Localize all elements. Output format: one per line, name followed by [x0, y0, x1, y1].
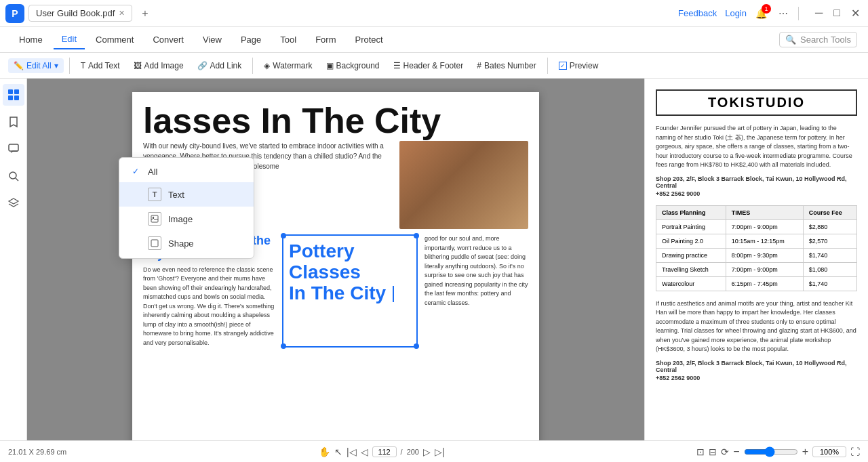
table-row: Travelling Sketch7:00pm - 9:00pm$1,080	[656, 262, 857, 276]
menu-comment[interactable]: Comment	[87, 30, 142, 49]
search-tools[interactable]: 🔍 Search Tools	[779, 32, 857, 47]
table-cell: Travelling Sketch	[656, 262, 726, 276]
page-navigation: ✋ ↖ |◁ ◁ / 200 ▷ ▷|	[319, 446, 445, 457]
preview-checkbox: ✓	[559, 62, 567, 70]
table-cell: 7:00pm - 9:00pm	[726, 262, 803, 276]
svg-point-5	[9, 172, 16, 179]
card-dot-bl	[281, 343, 286, 349]
separator2	[252, 58, 253, 74]
menu-convert[interactable]: Convert	[144, 30, 192, 49]
dropdown-shape[interactable]: Shape	[119, 231, 254, 255]
dropdown-shape-label: Shape	[168, 238, 194, 249]
table-row: Drawing practice8:00pm - 9:30pm$1,740	[656, 248, 857, 262]
add-image-button[interactable]: 🖼 Add Image	[128, 58, 189, 73]
tab-title: User Guild Book.pdf	[36, 8, 115, 18]
first-page-icon[interactable]: |◁	[347, 446, 357, 457]
svg-rect-4	[9, 144, 18, 151]
zoom-input[interactable]	[812, 446, 846, 457]
close-button[interactable]: ✕	[848, 7, 863, 20]
zoom-out-icon[interactable]: −	[733, 446, 739, 458]
menu-form[interactable]: Form	[307, 30, 344, 49]
doc-dimensions: 21.01 X 29.69 cm	[8, 448, 66, 456]
watermark-button[interactable]: ◈ Watermark	[258, 58, 317, 73]
dropdown-text-label: Text	[168, 190, 184, 200]
header-footer-icon: ☰	[393, 61, 401, 70]
col-times: TIMES	[726, 205, 803, 219]
pointer-tool-icon[interactable]: ↖	[334, 446, 342, 457]
feedback-button[interactable]: Feedback	[678, 8, 717, 18]
menu-tool[interactable]: Tool	[272, 30, 304, 49]
add-tab-button[interactable]: +	[136, 5, 153, 22]
last-page-icon[interactable]: ▷|	[435, 446, 445, 457]
add-text-button[interactable]: T Add Text	[75, 58, 125, 73]
text-cursor	[393, 286, 394, 302]
left-sidebar	[0, 79, 27, 440]
table-cell: $2,570	[803, 234, 856, 248]
sidebar-bookmark-icon[interactable]	[3, 111, 24, 133]
pottery-image	[399, 141, 528, 229]
shape-icon-box	[148, 236, 161, 250]
check-empty2	[130, 213, 141, 224]
svg-rect-3	[14, 96, 19, 100]
schedule-table: Class Planning TIMES Course Fee Portrait…	[656, 205, 857, 291]
bates-icon: #	[477, 61, 481, 70]
main-title: lasses In The City	[143, 103, 528, 138]
current-page-input[interactable]	[372, 446, 397, 457]
zoom-in-icon[interactable]: +	[802, 446, 808, 458]
highlighted-card[interactable]: Pottery Classes In The City	[282, 234, 418, 348]
preview-button[interactable]: ✓ Preview	[553, 58, 604, 73]
background-icon: ▣	[326, 61, 334, 70]
dropdown-image-label: Image	[168, 214, 193, 224]
link-icon: 🔗	[197, 61, 208, 70]
sidebar-comment-icon[interactable]	[3, 138, 24, 160]
rotate-icon[interactable]: ⟳	[721, 446, 729, 457]
notification-badge: 1	[762, 4, 771, 14]
edit-all-button[interactable]: ✏️ Edit All ▾	[8, 58, 64, 73]
card-dot-tl	[281, 233, 286, 238]
dropdown-text[interactable]: T Text	[119, 182, 254, 207]
table-cell: Portrait Painting	[656, 219, 726, 234]
svg-rect-0	[8, 89, 13, 94]
sidebar-pages-icon[interactable]	[3, 84, 24, 106]
background-button[interactable]: ▣ Background	[321, 58, 385, 73]
dropdown-all[interactable]: ✓ All	[119, 161, 254, 182]
brand-desc: Founder Jennifer pursued the art of pott…	[656, 124, 857, 170]
fit-page-icon[interactable]: ⊡	[696, 446, 705, 457]
header-footer-button[interactable]: ☰ Header & Footer	[388, 58, 469, 73]
menu-protect[interactable]: Protect	[347, 30, 391, 49]
menu-view[interactable]: View	[195, 30, 230, 49]
table-cell: Watercolour	[656, 276, 726, 291]
minimize-button[interactable]: ─	[812, 7, 825, 20]
toolbar: ✏️ Edit All ▾ T Add Text 🖼 Add Image 🔗 A…	[0, 53, 868, 79]
fullscreen-icon[interactable]: ⛶	[850, 446, 860, 457]
sidebar-layers-icon[interactable]	[3, 192, 24, 214]
table-row: Portrait Painting7:00pm - 9:00pm$2,880	[656, 219, 857, 234]
document-page: lasses In The City With our newly city-b…	[132, 92, 539, 440]
maximize-button[interactable]: □	[831, 7, 843, 20]
zoom-slider[interactable]	[744, 446, 798, 457]
search-icon: 🔍	[785, 35, 796, 45]
file-tab[interactable]: User Guild Book.pdf ✕	[28, 5, 132, 22]
hand-tool-icon[interactable]: ✋	[319, 446, 330, 457]
tab-close-icon[interactable]: ✕	[119, 9, 125, 18]
bottom-desc: If rustic aesthetics and animal motifs a…	[656, 299, 857, 354]
login-button[interactable]: Login	[725, 8, 747, 18]
dropdown-image[interactable]: Image	[119, 207, 254, 231]
watermark-icon: ◈	[264, 61, 270, 70]
fit-width-icon[interactable]: ⊟	[709, 446, 717, 457]
sidebar-search-icon[interactable]	[3, 165, 24, 187]
table-cell: Oil Painting 2.0	[656, 234, 726, 248]
add-link-button[interactable]: 🔗 Add Link	[192, 58, 248, 73]
next-page-icon[interactable]: ▷	[423, 446, 431, 457]
prev-page-icon[interactable]: ◁	[361, 446, 368, 457]
more-options-icon[interactable]: ⋯	[776, 7, 790, 20]
dropdown-chevron-icon: ▾	[54, 61, 58, 70]
separator	[798, 7, 799, 20]
svg-rect-9	[151, 240, 158, 247]
menu-home[interactable]: Home	[11, 30, 51, 49]
menu-page[interactable]: Page	[233, 30, 269, 49]
bates-number-button[interactable]: # Bates Number	[471, 58, 541, 73]
menu-edit[interactable]: Edit	[54, 30, 85, 49]
phone1: +852 2562 9000	[656, 190, 857, 197]
small-desc: Do we even need to reference the classic…	[143, 266, 275, 348]
